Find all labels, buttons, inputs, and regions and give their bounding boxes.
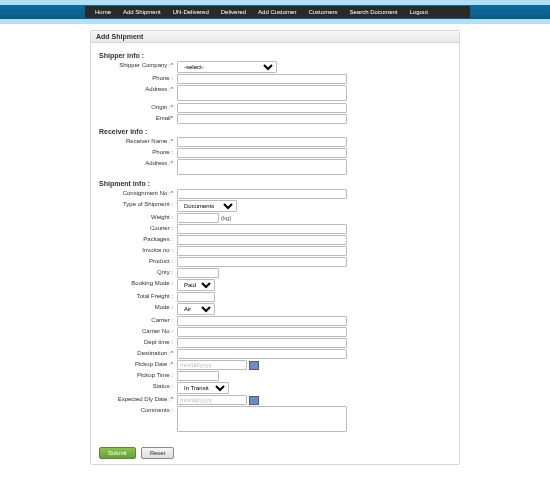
required-mark: * — [171, 62, 173, 68]
label-booking-mode: Booking Mode : — [99, 279, 177, 286]
label-expected-dly: Expected Dly Date : — [118, 396, 171, 402]
shipper-phone-input[interactable] — [177, 74, 347, 84]
label-courier: Courier : — [99, 224, 177, 231]
packages-input[interactable] — [177, 235, 347, 245]
required-mark: * — [171, 115, 173, 121]
label-receiver-name: Receiver Name : — [126, 138, 171, 144]
comments-input[interactable] — [177, 406, 347, 432]
required-mark: * — [171, 190, 173, 196]
nav-home[interactable]: Home — [89, 9, 117, 15]
required-mark: * — [171, 361, 173, 367]
top-banner: Home Add Shipment UN-Delivered Delivered… — [0, 0, 550, 24]
shipper-company-select[interactable]: -select- — [177, 61, 277, 73]
label-origin: Origin : — [151, 104, 170, 110]
qnty-input[interactable] — [177, 268, 219, 278]
receiver-phone-input[interactable] — [177, 148, 347, 158]
weight-unit: (kg) — [221, 215, 231, 221]
invoice-input[interactable] — [177, 246, 347, 256]
required-mark: * — [171, 104, 173, 110]
label-destination: Destination : — [137, 350, 170, 356]
label-phone: Phone : — [99, 74, 177, 81]
panel-title: Add Shipment — [91, 31, 459, 43]
label-total-freight: Total Freight : — [99, 292, 177, 299]
label-pickup-time: Pickup Time : — [99, 371, 177, 378]
label-product: Product : — [99, 257, 177, 264]
label-carrier: Carrier : — [99, 316, 177, 323]
receiver-address-input[interactable] — [177, 159, 347, 175]
carrier-no-input[interactable] — [177, 327, 347, 337]
label-pickup-date: Pickup Date : — [135, 361, 171, 367]
email-input[interactable] — [177, 114, 347, 124]
label-status: Status : — [99, 382, 177, 389]
label-comments: Comments : — [99, 406, 177, 413]
main-nav: Home Add Shipment UN-Delivered Delivered… — [85, 6, 470, 18]
required-mark: * — [171, 396, 173, 402]
status-select[interactable]: In Transit — [177, 382, 229, 394]
product-input[interactable] — [177, 257, 347, 267]
section-receiver: Receiver info : — [99, 128, 451, 135]
weight-input[interactable] — [177, 213, 219, 223]
label-packages: Packages : — [99, 235, 177, 242]
label-receiver-address: Address : — [145, 160, 170, 166]
receiver-name-input[interactable] — [177, 137, 347, 147]
consignment-input[interactable] — [177, 189, 347, 199]
shipper-address-input[interactable] — [177, 85, 347, 101]
dept-time-input[interactable] — [177, 338, 347, 348]
label-receiver-phone: Phone : — [99, 148, 177, 155]
reset-button[interactable]: Reset — [141, 447, 175, 459]
carrier-input[interactable] — [177, 316, 347, 326]
section-shipper: Shipper info : — [99, 52, 451, 59]
nav-delivered[interactable]: Delivered — [215, 9, 252, 15]
add-shipment-panel: Add Shipment Shipper info : Shipper Comp… — [90, 30, 460, 465]
nav-add-customer[interactable]: Add Customer — [252, 9, 302, 15]
label-carrier-no: Carrier No : — [99, 327, 177, 334]
label-invoice: Invoice no : — [99, 246, 177, 253]
submit-button[interactable]: Submit — [99, 447, 136, 459]
required-mark: * — [171, 86, 173, 92]
booking-mode-select[interactable]: Paid — [177, 279, 215, 291]
panel-body: Shipper info : Shipper Company :*-select… — [91, 43, 459, 442]
section-shipment: Shipment info : — [99, 180, 451, 187]
type-shipment-select[interactable]: Documents — [177, 200, 237, 212]
calendar-icon[interactable] — [249, 361, 259, 370]
label-weight: Weight : — [99, 213, 177, 220]
origin-input[interactable] — [177, 103, 347, 113]
label-consignment: Consignment No : — [123, 190, 171, 196]
pickup-time-input[interactable] — [177, 371, 219, 381]
expected-dly-input[interactable] — [177, 395, 247, 405]
mode-select[interactable]: Air — [177, 303, 215, 315]
button-bar: Submit Reset — [91, 442, 459, 464]
required-mark: * — [171, 160, 173, 166]
nav-add-shipment[interactable]: Add Shipment — [117, 9, 167, 15]
label-shipper-company: Shipper Company : — [119, 62, 170, 68]
label-type-shipment: Type of Shipment : — [99, 200, 177, 207]
label-mode: Mode : — [99, 303, 177, 310]
required-mark: * — [171, 138, 173, 144]
label-email: Email — [156, 115, 171, 121]
label-address: Address : — [145, 86, 170, 92]
nav-customers[interactable]: Customers — [302, 9, 343, 15]
label-dept-time: Dept time : — [99, 338, 177, 345]
courier-input[interactable] — [177, 224, 347, 234]
label-qnty: Qnty : — [99, 268, 177, 275]
required-mark: * — [171, 350, 173, 356]
pickup-date-input[interactable] — [177, 360, 247, 370]
nav-logout[interactable]: Logout — [404, 9, 434, 15]
nav-undelivered[interactable]: UN-Delivered — [167, 9, 215, 15]
nav-search[interactable]: Search Document — [343, 9, 403, 15]
destination-input[interactable] — [177, 349, 347, 359]
total-freight-input[interactable] — [177, 292, 215, 302]
calendar-icon[interactable] — [249, 396, 259, 405]
